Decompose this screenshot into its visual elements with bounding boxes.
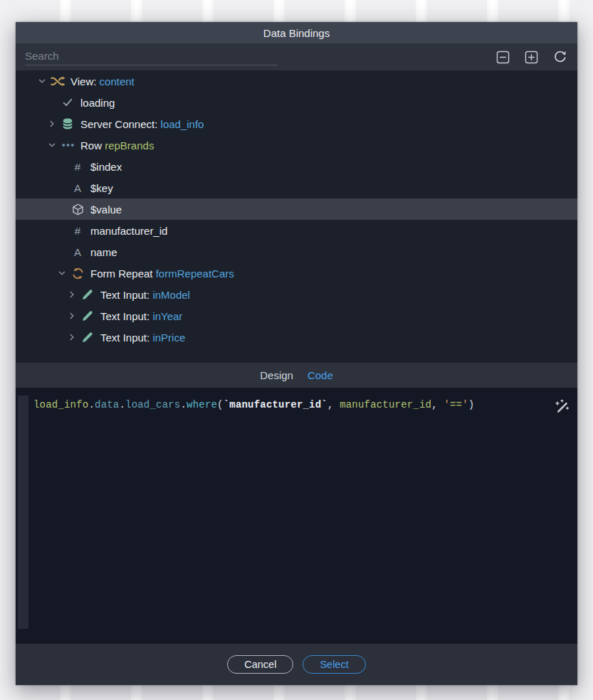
chevron-right-icon[interactable] bbox=[47, 120, 57, 128]
repeat-icon bbox=[68, 267, 87, 280]
check-icon bbox=[58, 97, 77, 108]
code-token: ' bbox=[462, 399, 468, 410]
tree-row-label: Text Input: inPrice bbox=[100, 332, 185, 344]
cube-icon bbox=[68, 203, 87, 216]
hash-icon: # bbox=[68, 225, 87, 237]
tree-row-view[interactable]: View: content bbox=[16, 70, 577, 92]
tree-row-name[interactable]: Aname bbox=[16, 241, 577, 262]
code-token: `manufacturer_id` bbox=[224, 399, 327, 410]
shuffle-icon bbox=[48, 76, 67, 87]
chevron-down-icon[interactable] bbox=[37, 77, 47, 85]
tree-row-$value[interactable]: $value bbox=[16, 198, 577, 220]
code-token: . bbox=[88, 399, 95, 410]
tree-row-$key[interactable]: A$key bbox=[16, 177, 577, 198]
tree-row-text-input[interactable]: Text Input: inModel bbox=[16, 284, 577, 305]
dialog-footer: Cancel Select bbox=[16, 644, 577, 685]
code-token: data bbox=[95, 399, 119, 410]
chevron-down-icon[interactable] bbox=[47, 141, 57, 149]
tree-row-label: Form Repeat formRepeatCars bbox=[90, 267, 234, 280]
chevron-right-icon[interactable] bbox=[67, 290, 77, 299]
binding-name: content bbox=[100, 75, 135, 88]
chevron-down-icon[interactable] bbox=[57, 269, 67, 277]
code-token: manufacturer_id bbox=[340, 399, 431, 410]
tree-row-text-input[interactable]: Text Input: inPrice bbox=[16, 327, 577, 348]
tree-row-label: $index bbox=[90, 161, 122, 173]
data-bindings-dialog: Data Bindings View: contentloadingServer… bbox=[16, 22, 577, 685]
tree-row-label: Row repBrands bbox=[80, 139, 154, 152]
letter-a-icon: A bbox=[68, 182, 87, 194]
dialog-title: Data Bindings bbox=[263, 27, 330, 39]
pencil-icon bbox=[78, 310, 97, 322]
tree-row-label: loading bbox=[80, 97, 115, 109]
tree-row-label: manufacturer_id bbox=[90, 225, 167, 237]
tree-row-label: Server Connect: load_info bbox=[80, 118, 204, 130]
code-token: ( bbox=[217, 399, 224, 410]
binding-name: inYear bbox=[152, 310, 182, 322]
search-input[interactable] bbox=[25, 48, 278, 65]
tree-row-label: Text Input: inModel bbox=[100, 289, 190, 301]
tree-row-label: $key bbox=[90, 182, 113, 194]
magic-wand-icon[interactable] bbox=[552, 398, 571, 419]
tree-row-label: Text Input: inYear bbox=[100, 310, 182, 322]
binding-name: repBrands bbox=[105, 139, 154, 152]
hash-icon: # bbox=[68, 161, 87, 173]
collapse-all-icon[interactable] bbox=[496, 51, 510, 64]
database-icon bbox=[58, 118, 77, 129]
tree-row-server-connect[interactable]: Server Connect: load_info bbox=[16, 113, 577, 134]
code-token: ) bbox=[468, 399, 475, 410]
binding-name: load_info bbox=[161, 118, 204, 130]
code-gutter bbox=[18, 396, 28, 629]
binding-name: inModel bbox=[152, 289, 190, 301]
tab-code[interactable]: Code bbox=[308, 369, 333, 381]
code-token: . bbox=[180, 399, 187, 410]
chevron-right-icon[interactable] bbox=[67, 333, 77, 341]
dots-icon bbox=[58, 142, 77, 148]
view-tabs: Design Code bbox=[16, 363, 577, 388]
tree-row-text-input[interactable]: Text Input: inYear bbox=[16, 305, 577, 327]
tree-row-row[interactable]: Row repBrands bbox=[16, 134, 577, 156]
refresh-icon[interactable] bbox=[553, 50, 567, 64]
dialog-titlebar: Data Bindings bbox=[16, 22, 577, 43]
tree-toolbar bbox=[496, 50, 567, 64]
code-token: == bbox=[450, 399, 462, 410]
tree-row-label: View: content bbox=[70, 75, 135, 88]
code-expression[interactable]: load_info.data.load_cars.where(`manufact… bbox=[33, 399, 549, 410]
tab-design[interactable]: Design bbox=[260, 369, 293, 381]
code-token: load_info bbox=[33, 399, 88, 410]
binding-name: formRepeatCars bbox=[156, 267, 234, 280]
tree-row-label: $value bbox=[90, 203, 122, 216]
tree-row-label: name bbox=[90, 246, 117, 258]
code-editor[interactable]: load_info.data.load_cars.where(`manufact… bbox=[16, 388, 577, 644]
bindings-tree: View: contentloadingServer Connect: load… bbox=[16, 70, 577, 363]
code-token: , bbox=[431, 399, 444, 410]
pencil-icon bbox=[78, 289, 97, 300]
binding-name: inPrice bbox=[152, 332, 185, 344]
code-token: , bbox=[327, 399, 340, 410]
code-token: load_cars bbox=[125, 399, 180, 410]
letter-a-icon: A bbox=[68, 246, 87, 258]
tree-row-loading[interactable]: loading bbox=[16, 92, 577, 113]
cancel-button[interactable]: Cancel bbox=[227, 655, 293, 674]
search-bar bbox=[16, 43, 577, 70]
chevron-right-icon[interactable] bbox=[67, 312, 77, 320]
expand-all-icon[interactable] bbox=[525, 51, 538, 64]
code-token: . bbox=[119, 399, 125, 410]
select-button[interactable]: Select bbox=[303, 655, 365, 674]
tree-row-$index[interactable]: #$index bbox=[16, 156, 577, 177]
code-token: where bbox=[187, 399, 217, 410]
tree-row-form-repeat[interactable]: Form Repeat formRepeatCars bbox=[16, 262, 577, 284]
pencil-icon bbox=[78, 332, 97, 343]
tree-row-manufacturer-id[interactable]: #manufacturer_id bbox=[16, 220, 577, 241]
code-token: ' bbox=[444, 399, 450, 410]
